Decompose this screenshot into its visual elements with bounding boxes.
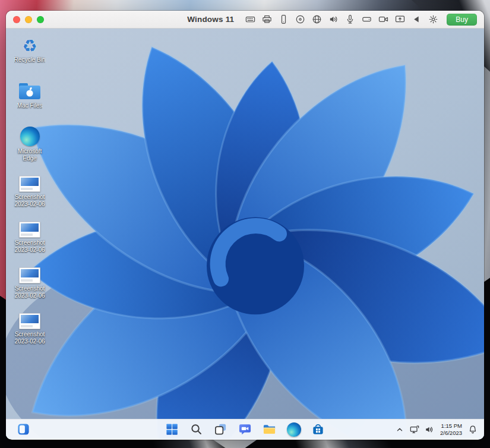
play-icon[interactable] bbox=[411, 14, 422, 25]
desktop-icon-label: Microsoft Edge bbox=[11, 148, 48, 162]
minimize-button[interactable] bbox=[25, 16, 32, 23]
tray-volume-icon[interactable] bbox=[424, 424, 435, 435]
chat-icon bbox=[238, 422, 252, 436]
notification-bell-icon[interactable] bbox=[467, 424, 478, 435]
chat-button[interactable] bbox=[238, 422, 253, 437]
window-title: Windows 11 bbox=[187, 15, 234, 24]
file-explorer-button[interactable] bbox=[262, 422, 277, 437]
traffic-lights bbox=[13, 16, 44, 23]
printer-icon[interactable] bbox=[261, 14, 272, 25]
buy-button[interactable]: Buy bbox=[447, 14, 477, 26]
desktop-icon-screenshot-3[interactable]: Screenshot 2023-02-06 ... bbox=[11, 263, 49, 302]
microsoft-store-button[interactable] bbox=[311, 422, 326, 437]
microphone-icon[interactable] bbox=[344, 14, 355, 25]
tray-time: 1:15 PM bbox=[440, 422, 462, 430]
windows-start-icon bbox=[165, 422, 179, 436]
macos-desktop: Windows 11 bbox=[0, 0, 490, 448]
taskbar: 1:15 PM 2/6/2023 bbox=[6, 419, 484, 439]
keyboard-icon[interactable] bbox=[245, 14, 255, 25]
desktop-icon-mac-files[interactable]: Mac Files bbox=[11, 80, 49, 119]
camera-icon[interactable] bbox=[378, 14, 388, 25]
desktop-icon-screenshot-2[interactable]: Screenshot 2023-02-06 ... bbox=[11, 217, 49, 257]
desktop-icon-label: Screenshot 2023-02-06 ... bbox=[11, 239, 48, 254]
screenshot-thumbnail-icon bbox=[19, 313, 40, 329]
tray-date: 2/6/2023 bbox=[440, 430, 462, 437]
desktop-icon-column: Recycle Bin Mac Files bbox=[11, 34, 49, 348]
tray-chevron-up-icon[interactable] bbox=[394, 424, 405, 435]
cd-dvd-icon[interactable] bbox=[295, 14, 305, 25]
widgets-button[interactable] bbox=[15, 422, 31, 437]
tray-clock[interactable]: 1:15 PM 2/6/2023 bbox=[439, 422, 463, 437]
microsoft-store-icon bbox=[311, 422, 325, 436]
search-button[interactable] bbox=[189, 422, 204, 437]
desktop-icon-microsoft-edge[interactable]: Microsoft Edge bbox=[11, 126, 49, 165]
desktop-icon-label: Screenshot 2023-02-06 ... bbox=[11, 331, 48, 345]
task-view-button[interactable] bbox=[213, 422, 229, 437]
share-screen-icon[interactable] bbox=[394, 14, 405, 25]
windows-desktop[interactable]: Recycle Bin Mac Files bbox=[6, 29, 484, 439]
search-icon bbox=[189, 422, 203, 436]
desktop-icon-screenshot-1[interactable]: Screenshot 2023-02-06 ... bbox=[11, 172, 49, 211]
sound-icon[interactable] bbox=[328, 14, 339, 25]
task-view-icon bbox=[214, 422, 227, 436]
close-button[interactable] bbox=[13, 16, 20, 23]
desktop-icon-label: Screenshot 2023-02-06 ... bbox=[11, 285, 48, 299]
edge-icon bbox=[20, 127, 40, 146]
taskbar-tray: 1:15 PM 2/6/2023 bbox=[394, 419, 478, 439]
windows-bloom-wallpaper bbox=[6, 29, 484, 439]
settings-gear-icon[interactable] bbox=[428, 14, 438, 25]
start-button[interactable] bbox=[165, 422, 180, 437]
network-icon[interactable] bbox=[311, 14, 322, 25]
edge-button[interactable] bbox=[286, 422, 302, 437]
desktop-icon-screenshot-4[interactable]: Screenshot 2023-02-06 ... bbox=[11, 309, 49, 348]
mac-files-folder-icon bbox=[18, 82, 41, 100]
taskbar-center bbox=[165, 419, 326, 439]
parallels-vm-window: Windows 11 bbox=[6, 11, 484, 440]
desktop-icon-label: Recycle Bin bbox=[14, 56, 46, 64]
file-explorer-icon bbox=[263, 422, 276, 436]
vm-toolbar bbox=[245, 14, 438, 25]
zoom-button[interactable] bbox=[37, 16, 44, 23]
edge-icon bbox=[287, 422, 301, 437]
desktop-icon-label: Screenshot 2023-02-06 ... bbox=[11, 194, 48, 208]
desktop-icon-recycle-bin[interactable]: Recycle Bin bbox=[11, 34, 49, 74]
window-titlebar: Windows 11 bbox=[6, 11, 484, 29]
tray-display-network-icon[interactable] bbox=[409, 424, 420, 435]
widgets-icon bbox=[17, 422, 30, 436]
screenshot-thumbnail-icon bbox=[19, 222, 40, 238]
taskbar-left bbox=[15, 419, 31, 439]
screenshot-thumbnail-icon bbox=[19, 176, 40, 192]
screenshot-thumbnail-icon bbox=[19, 267, 40, 283]
hard-disk-icon[interactable] bbox=[361, 14, 372, 25]
mobile-device-icon[interactable] bbox=[278, 14, 289, 25]
desktop-icon-label: Mac Files bbox=[17, 102, 43, 109]
recycle-bin-icon bbox=[22, 38, 37, 55]
